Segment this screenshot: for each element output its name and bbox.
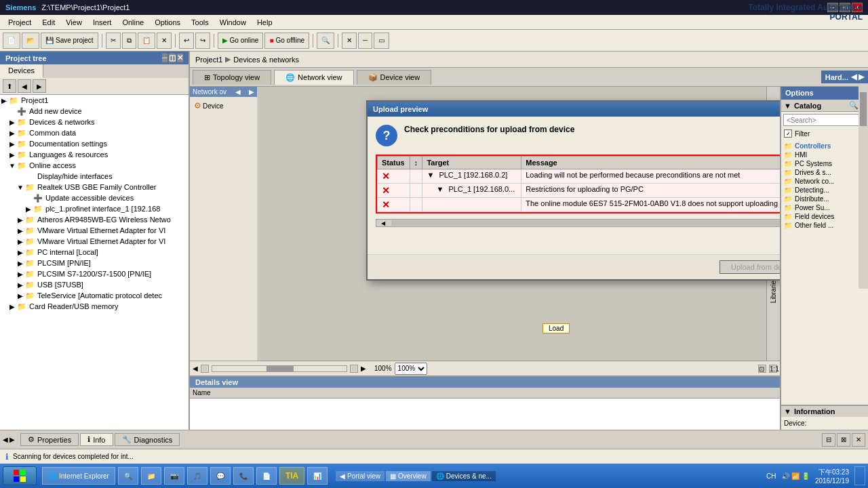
forward-button[interactable]: ▶ xyxy=(33,79,46,93)
catalog-item-field[interactable]: 📁 Field devices xyxy=(784,212,865,221)
portal-view-btn[interactable]: ◀ Portal view xyxy=(336,471,384,481)
bottom-nav-left[interactable]: ◀ xyxy=(3,436,8,443)
tree-item-VMwareVirtualEtherne[interactable]: ▶📁VMware Virtual Ethernet Adapter for VI xyxy=(0,225,189,236)
info-tab[interactable]: ℹ Info xyxy=(80,433,113,446)
tree-item-Documentationsetting[interactable]: ▶📁Documentation settings xyxy=(0,138,189,149)
bottom-tab-btn3[interactable]: ✕ xyxy=(852,433,865,447)
breadcrumb-project[interactable]: Project1 xyxy=(195,56,222,64)
tree-item-USB[S7USB][interactable]: ▶📁USB [S7USB] xyxy=(0,279,189,290)
tree-item-Languages&resources[interactable]: ▶📁Languages & resources xyxy=(0,149,189,160)
catalog-item-drives[interactable]: 📁 Drives & s... xyxy=(784,168,865,177)
min-window-button[interactable]: ─ xyxy=(358,33,372,49)
catalog-item-controllers[interactable]: 📁 Controllers xyxy=(784,142,865,150)
right-sidebar-vscroll[interactable] xyxy=(859,87,868,289)
delete-button[interactable]: ✕ xyxy=(157,33,172,49)
catalog-expand-icon[interactable]: ▼ xyxy=(784,102,791,110)
new-button[interactable]: 📄 xyxy=(3,33,20,49)
devices-tab[interactable]: Devices xyxy=(0,64,43,78)
tree-item-RealtekUSBGBEFamilyC[interactable]: ▼📁Realtek USB GBE Family Controller xyxy=(0,182,189,192)
topology-view-tab[interactable]: ⊞ Topology view xyxy=(193,70,271,85)
catalog-item-other[interactable]: 📁 Other field ... xyxy=(784,221,865,230)
start-button[interactable] xyxy=(3,466,37,485)
menu-insert[interactable]: Insert xyxy=(87,17,117,28)
zoom-hscroll[interactable] xyxy=(212,365,347,372)
zoom-scroll-right[interactable] xyxy=(350,365,358,373)
zoom-nav-left[interactable]: ◀ xyxy=(193,365,198,372)
tree-item-Project1[interactable]: ▶📁Project1 xyxy=(0,95,189,106)
menu-tools[interactable]: Tools xyxy=(186,17,214,28)
menu-help[interactable]: Help xyxy=(252,17,278,28)
tree-item-AtherosAR9485WB-EGWi[interactable]: ▶📁Atheros AR9485WB-EG Wireless Netwo xyxy=(0,214,189,225)
max-window-button[interactable]: ▭ xyxy=(374,33,389,49)
catalog-icon-1[interactable]: 🔍 xyxy=(849,101,859,110)
open-button[interactable]: 📂 xyxy=(22,33,39,49)
save-button[interactable]: 💾 Save project xyxy=(41,33,98,49)
properties-tab[interactable]: ⚙ Properties xyxy=(20,433,79,446)
collapse-button[interactable]: ⬆ xyxy=(3,79,16,93)
paste-button[interactable]: 📋 xyxy=(138,33,155,49)
menu-edit[interactable]: Edit xyxy=(37,17,60,28)
zoom-nav-right[interactable]: ▶ xyxy=(361,365,366,372)
tree-item-Updateaccessibledevi[interactable]: ➕Update accessible devices xyxy=(0,192,189,203)
catalog-item-pc[interactable]: 📁 PC Systems xyxy=(784,159,865,168)
taskbar-item-2[interactable]: 🔍 xyxy=(118,467,138,485)
taskbar-item-8[interactable]: 📄 xyxy=(256,467,277,485)
catalog-item-distribute[interactable]: 📁 Distribute... xyxy=(784,195,865,203)
tree-item-PLCSIMS7-1200/S7-150[interactable]: ▶📁PLCSIM S7-1200/S7-1500 [PN/IE] xyxy=(0,268,189,279)
back-button[interactable]: ◀ xyxy=(18,79,31,93)
tree-item-Addnewdevice[interactable]: ➕Add new device xyxy=(0,106,189,117)
menu-window[interactable]: Window xyxy=(214,17,252,28)
overview-btn[interactable]: ▦ Overview xyxy=(386,471,431,481)
tree-item-PLCSIM[PN/IE][interactable]: ▶📁PLCSIM [PN/IE] xyxy=(0,258,189,268)
close-window-button[interactable]: ✕ xyxy=(342,33,357,49)
taskbar-item-4[interactable]: 📷 xyxy=(164,467,184,485)
diagnostics-tab[interactable]: 🔧 Diagnostics xyxy=(115,433,180,446)
fit-button[interactable]: ⊡ xyxy=(758,365,766,373)
redo-button[interactable]: ↪ xyxy=(195,33,210,49)
hard-expand-icon[interactable]: ◀ ▶ xyxy=(851,73,864,81)
taskbar-item-1[interactable]: 🌐 Internet Explorer xyxy=(42,467,115,485)
copy-button[interactable]: ⧉ xyxy=(122,33,136,49)
taskbar-item-6[interactable]: 💬 xyxy=(210,467,231,485)
information-expand-icon[interactable]: ▼ xyxy=(784,407,791,415)
accessible-devices-button[interactable]: 🔍 xyxy=(317,33,334,49)
menu-project[interactable]: Project xyxy=(3,17,37,28)
device-view-tab[interactable]: 📦 Device view xyxy=(357,70,432,85)
go-online-button[interactable]: ▶ Go online xyxy=(218,33,264,49)
tree-item-Devices&networks[interactable]: ▶📁Devices & networks xyxy=(0,117,189,127)
tree-item-PCinternal[Local][interactable]: ▶📁PC internal [Local] xyxy=(0,247,189,258)
catalog-item-detecting[interactable]: 📁 Detecting... xyxy=(784,186,865,195)
tree-item-plc_1.profinetinterf[interactable]: ▶📁plc_1.profinet interface_1 [192.168 xyxy=(0,203,189,214)
taskbar-item-3[interactable]: 📁 xyxy=(141,467,161,485)
expand-arrow-2[interactable]: ▼ xyxy=(436,185,443,193)
menu-options[interactable]: Options xyxy=(149,17,186,28)
zoom-select[interactable]: 100% 75% 50% 125% 150% xyxy=(395,363,427,375)
col-sort[interactable]: ↕ xyxy=(410,157,422,169)
catalog-item-hmi[interactable]: 📁 HMI xyxy=(784,150,865,159)
panel-close[interactable]: ✕ xyxy=(177,54,183,62)
undo-button[interactable]: ↩ xyxy=(179,33,194,49)
catalog-item-network[interactable]: 📁 Network co... xyxy=(784,177,865,186)
tree-item-VMwareVirtualEtherne[interactable]: ▶📁VMware Virtual Ethernet Adapter for VI xyxy=(0,236,189,247)
filter-checkbox[interactable]: ✓ xyxy=(784,129,792,138)
expand-arrow-1[interactable]: ▼ xyxy=(427,171,434,179)
menu-view[interactable]: View xyxy=(60,17,87,28)
cut-button[interactable]: ✂ xyxy=(106,33,121,49)
tree-item-CardReader/USBmemory[interactable]: ▶📁Card Reader/USB memory xyxy=(0,301,189,312)
show-desktop-button[interactable] xyxy=(854,466,865,485)
bottom-tab-btn1[interactable]: ⊟ xyxy=(822,433,835,447)
taskbar-item-tia[interactable]: TIA xyxy=(279,467,304,485)
breadcrumb-current[interactable]: Devices & networks xyxy=(233,56,299,64)
devices-ne-btn[interactable]: 🌐 Devices & ne... xyxy=(432,471,496,481)
bottom-nav-right[interactable]: ▶ xyxy=(9,436,15,443)
dialog-hscrollbar[interactable]: ◀ ▶ xyxy=(376,219,780,227)
zoom-scroll-left[interactable] xyxy=(201,365,209,373)
taskbar-item-7[interactable]: 📞 xyxy=(233,467,254,485)
tree-item-Onlineaccess[interactable]: ▼📁Online access xyxy=(0,160,189,171)
panel-minimize[interactable]: ─ xyxy=(162,54,167,62)
tree-item-TeleService[Automati[interactable]: ▶📁TeleService [Automatic protocol detec xyxy=(0,290,189,301)
taskbar-item-5[interactable]: 🎵 xyxy=(187,467,208,485)
taskbar-item-excel[interactable]: 📊 xyxy=(307,467,328,485)
network-view-tab[interactable]: 🌐 Network view xyxy=(274,70,353,85)
menu-online[interactable]: Online xyxy=(117,17,149,28)
